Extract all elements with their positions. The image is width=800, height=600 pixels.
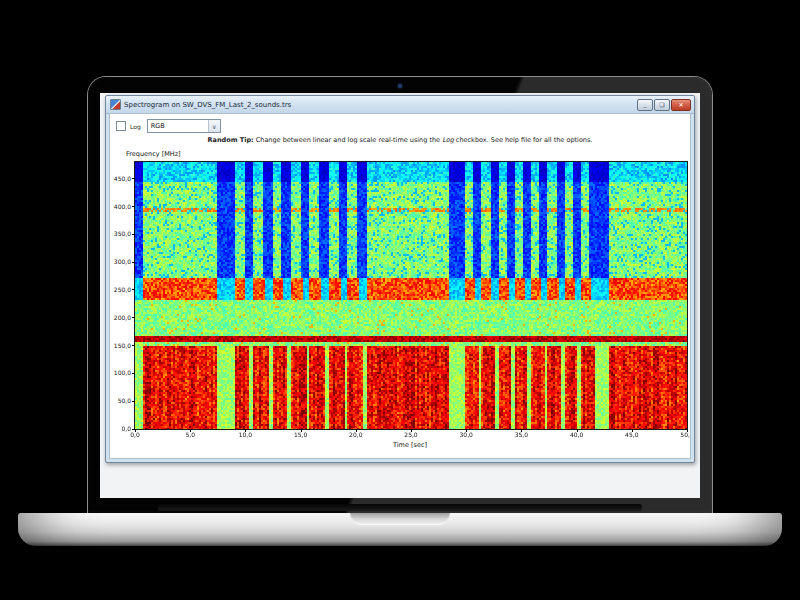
y-tick-mark (132, 289, 135, 290)
colormap-dropdown[interactable]: RGB ∨ (147, 119, 221, 133)
y-tick-mark (132, 429, 135, 430)
y-tick-mark (132, 234, 135, 235)
laptop-screen: Spectrogram on SW_DVS_FM_Last_2_sounds.t… (88, 77, 712, 513)
y-tick-label: 350,0 (109, 231, 131, 237)
y-tick-mark (132, 206, 135, 207)
y-tick-label: 300,0 (109, 259, 131, 265)
laptop-hinge (158, 504, 642, 511)
chevron-down-icon: ∨ (208, 120, 220, 132)
x-tick-label: 15,0 (291, 432, 311, 438)
tip-body2: checkbox. See help file for all the opti… (454, 136, 593, 144)
y-tick-mark (132, 401, 135, 402)
plot-block: Frequency [MHz] 0,05,010,015,020,025,030… (134, 150, 691, 449)
x-tick-label: 10,0 (235, 432, 255, 438)
minimize-button[interactable]: _ (637, 99, 653, 111)
x-tick-label: 30,0 (456, 432, 476, 438)
toolbar: Log RGB ∨ (110, 114, 690, 135)
x-axis-label: Time [sec] (134, 441, 686, 449)
tip-prefix: Random Tip: (208, 136, 254, 144)
x-tick-label: 5,0 (180, 432, 200, 438)
x-tick-label: 45,0 (622, 432, 642, 438)
webcam-icon (398, 84, 402, 88)
log-checkbox[interactable] (116, 121, 126, 131)
y-tick-label: 200,0 (109, 315, 131, 321)
laptop-notch (350, 513, 450, 525)
y-tick-mark (132, 178, 135, 179)
x-tick-label: 25,0 (401, 432, 421, 438)
window-client-area: Log RGB ∨ Random Tip: Change between lin… (109, 113, 691, 459)
y-tick-label: 50,0 (109, 398, 131, 404)
window-title: Spectrogram on SW_DVS_FM_Last_2_sounds.t… (124, 101, 637, 109)
colormap-dropdown-value: RGB (148, 122, 208, 130)
x-tick-label: 20,0 (346, 432, 366, 438)
y-tick-mark (132, 373, 135, 374)
desktop: Spectrogram on SW_DVS_FM_Last_2_sounds.t… (100, 93, 700, 498)
y-tick-mark (132, 317, 135, 318)
x-tick-label: 50,0 (677, 432, 691, 438)
y-tick-label: 250,0 (109, 287, 131, 293)
app-icon (110, 99, 121, 110)
close-button[interactable]: ✕ (671, 99, 691, 111)
spectrogram-canvas[interactable] (135, 162, 687, 429)
spectrogram-plot[interactable]: 0,05,010,015,020,025,030,035,040,045,050… (134, 161, 688, 430)
y-tick-label: 0,0 (109, 426, 131, 432)
y-tick-label: 400,0 (109, 204, 131, 210)
tip-emphasis: Log (442, 136, 454, 144)
x-tick-label: 40,0 (567, 432, 587, 438)
tip-body1: Change between linear and log scale real… (254, 136, 443, 144)
y-tick-mark (132, 262, 135, 263)
y-tick-label: 150,0 (109, 343, 131, 349)
x-tick-label: 0,0 (125, 432, 145, 438)
y-tick-label: 100,0 (109, 370, 131, 376)
y-axis-label: Frequency [MHz] (126, 150, 691, 158)
log-checkbox-label: Log (130, 123, 141, 130)
x-tick-label: 35,0 (511, 432, 531, 438)
maximize-button[interactable]: ❏ (654, 99, 670, 111)
laptop-base (18, 513, 782, 546)
window-titlebar[interactable]: Spectrogram on SW_DVS_FM_Last_2_sounds.t… (106, 96, 694, 114)
y-tick-mark (132, 345, 135, 346)
random-tip-text: Random Tip: Change between linear and lo… (110, 135, 690, 146)
y-tick-label: 450,0 (109, 176, 131, 182)
spectrogram-window: Spectrogram on SW_DVS_FM_Last_2_sounds.t… (105, 95, 695, 463)
